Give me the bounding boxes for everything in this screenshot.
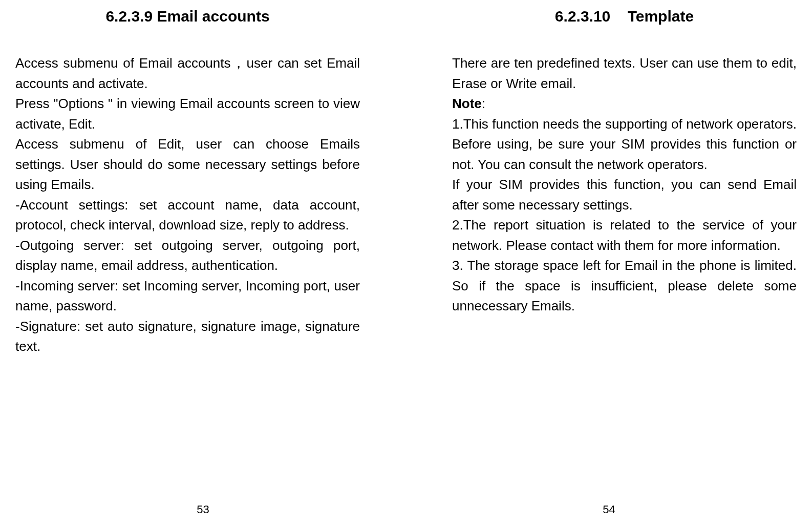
right-heading-text: Template [628, 8, 694, 25]
right-para-3: If your SIM provides this function, you … [452, 175, 797, 215]
right-note-line: Note: [452, 94, 797, 114]
right-para-4: 2.The report situation is related to the… [452, 215, 797, 256]
left-para-4: -Account settings: set account name, dat… [15, 195, 360, 236]
right-note-colon: : [482, 96, 485, 111]
left-para-5: -Outgoing server: set outgoing server, o… [15, 236, 360, 276]
left-para-6: -Incoming server: set Incoming server, I… [15, 276, 360, 317]
right-page: 6.2.3.10 Template There are ten predefin… [406, 0, 812, 524]
left-para-3: Access submenu of Edit, user can choose … [15, 134, 360, 195]
right-para-5: 3. The storage space left for Email in t… [452, 256, 797, 317]
right-para-1: There are ten predefined texts. User can… [452, 53, 797, 94]
left-para-2: Press "Options " in viewing Email accoun… [15, 94, 360, 134]
right-heading: 6.2.3.10 Template [452, 8, 797, 25]
right-para-2: 1.This function needs the supporting of … [452, 114, 797, 175]
right-body: There are ten predefined texts. User can… [452, 53, 797, 317]
left-heading-text: Email accounts [157, 8, 270, 25]
right-heading-number: 6.2.3.10 [555, 8, 610, 25]
right-page-number: 54 [603, 503, 615, 516]
left-page-number: 53 [197, 503, 209, 516]
left-para-7: -Signature: set auto signature, signatur… [15, 317, 360, 357]
left-body: Access submenu of Email accounts，user ca… [15, 53, 360, 357]
left-page: 6.2.3.9 Email accounts Access submenu of… [0, 0, 406, 524]
right-note-label: Note [452, 96, 482, 111]
left-heading: 6.2.3.9 Email accounts [15, 8, 360, 25]
left-para-1: Access submenu of Email accounts，user ca… [15, 53, 360, 94]
left-heading-number: 6.2.3.9 [105, 8, 153, 25]
